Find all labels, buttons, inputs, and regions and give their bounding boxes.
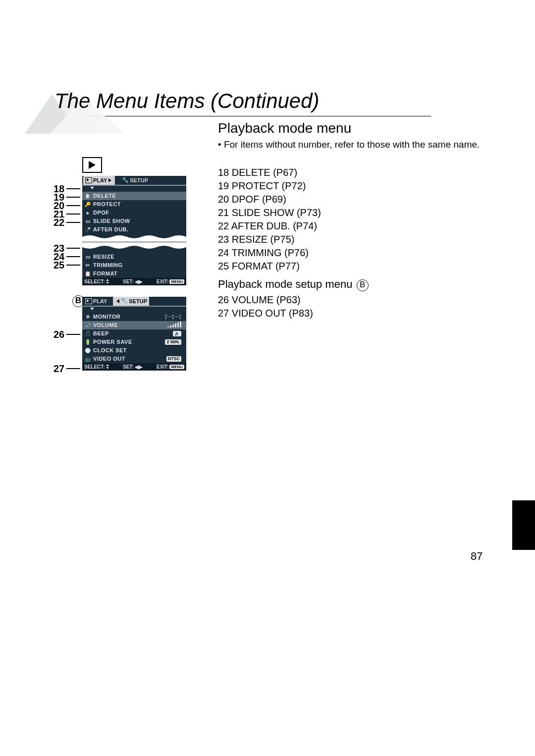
tab-setup: 🔧 SETUP — [120, 176, 150, 185]
list-item: 23 RESIZE (P75) — [218, 233, 369, 246]
scroll-down-icon — [90, 187, 94, 189]
delete-icon: 🗑 — [84, 193, 91, 199]
page-content: The Menu Items (Continued) Playback mode… — [54, 89, 481, 402]
monitor-slider-icon: ¦·-·¦·-·¦ — [165, 314, 181, 319]
panel-footer: SELECT: SET:◀▶ EXIT:MENU — [82, 363, 186, 371]
menu-panel-b: PLAY 🔧 SETUP ☀MONITOR¦·-·¦·-·¦ 🔊VOLUME — [82, 297, 186, 371]
list-item: 18 DELETE (P67) — [218, 166, 369, 179]
updown-icon — [106, 364, 109, 369]
panel-a-list-top: 🗑DELETE 🔑PROTECT ▸DPOF ▭SLIDE SHOW 🎤AFTE… — [82, 191, 186, 234]
menu-row: ▭RESIZE — [82, 253, 186, 261]
format-icon: 📋 — [84, 270, 91, 276]
callout-22: 22 — [54, 217, 80, 228]
list-item: 24 TRIMMING (P76) — [218, 246, 369, 260]
afterdub-icon: 🎤 — [84, 226, 91, 232]
clock-icon: 🕐 — [84, 347, 91, 353]
volume-icon: 🔊 — [84, 322, 91, 328]
panel-a-list-bottom: ▭RESIZE ✂TRIMMING 📋FORMAT — [82, 252, 186, 278]
setup-items-list: 26 VOLUME (P63) 27 VIDEO OUT (P83) — [218, 293, 369, 320]
list-item: 19 PROTECT (P72) — [218, 179, 369, 193]
menu-row: ▸DPOF — [82, 209, 186, 217]
content-row: PLAY 🔧 SETUP 🗑DELETE 🔑PROTECT ▸DPOF — [54, 157, 481, 402]
tab-play: PLAY — [83, 297, 109, 306]
list-item: 25 FORMAT (P77) — [218, 260, 369, 273]
protect-icon: 🔑 — [84, 201, 91, 207]
menu-row: 🎵BEEP🔈 — [82, 329, 186, 338]
menu-badge: MENU — [169, 365, 184, 369]
side-tab — [512, 500, 535, 550]
torn-edge — [82, 234, 186, 242]
menu-row: 🔋POWER SAVE2 MIN. — [82, 338, 186, 346]
resize-icon: ▭ — [84, 254, 91, 260]
menu-badge: MENU — [169, 279, 184, 284]
setup-badge: B — [357, 279, 369, 291]
powersave-icon: 🔋 — [84, 339, 91, 345]
menu-row: 🔑PROTECT — [82, 200, 186, 209]
trimming-icon: ✂ — [84, 262, 91, 268]
powersave-value: 2 MIN. — [165, 339, 181, 345]
videoout-icon: 📺 — [84, 356, 91, 362]
beep-icon: 🎵 — [84, 330, 91, 336]
tab-play-label: PLAY — [93, 177, 107, 183]
panel-b-list: ☀MONITOR¦·-·¦·-·¦ 🔊VOLUME 🎵BEEP🔈 🔋POWER … — [82, 312, 186, 363]
menu-row: 🗑DELETE — [82, 192, 186, 200]
dpof-icon: ▸ — [84, 210, 91, 216]
monitor-icon: ☀ — [84, 314, 91, 320]
menu-panel-a: PLAY 🔧 SETUP 🗑DELETE 🔑PROTECT ▸DPOF — [82, 176, 186, 243]
bullet: • — [218, 139, 221, 150]
menu-row: 🕐CLOCK SET — [82, 346, 186, 355]
updown-icon — [106, 279, 109, 284]
list-item: 27 VIDEO OUT (P83) — [218, 307, 369, 320]
menu-row: ✂TRIMMING — [82, 261, 186, 270]
callout-25: 25 — [54, 260, 80, 271]
page-title: The Menu Items (Continued) — [54, 89, 481, 113]
page-number: 87 — [471, 550, 482, 563]
play-icon — [85, 298, 92, 304]
menu-panel-a-bottom: ▭RESIZE ✂TRIMMING 📋FORMAT SELECT: SET:◀▶… — [82, 242, 186, 285]
torn-edge — [82, 242, 186, 250]
chevron-right-icon — [108, 178, 111, 182]
diagram-a: PLAY 🔧 SETUP 🗑DELETE 🔑PROTECT ▸DPOF — [54, 157, 218, 286]
menu-row: 📺VIDEO OUTNTSC — [82, 355, 186, 363]
menu-row: ☀MONITOR¦·-·¦·-·¦ — [82, 313, 186, 321]
list-item: 26 VOLUME (P63) — [218, 293, 369, 307]
note-text: For items without number, refer to those… — [224, 139, 480, 150]
tab-play-label: PLAY — [93, 298, 107, 304]
videoout-value: NTSC — [166, 356, 182, 362]
callout-27: 27 — [54, 363, 80, 375]
diagram-b: B PLAY 🔧 SETUP — [54, 297, 218, 391]
list-item: 20 DPOF (P69) — [218, 193, 369, 206]
text-column: 18 DELETE (P67) 19 PROTECT (P72) 20 DPOF… — [218, 157, 369, 324]
list-item: 21 SLIDE SHOW (P73) — [218, 206, 369, 219]
menu-row: ▭SLIDE SHOW — [82, 217, 186, 225]
panel-b-tabs: PLAY 🔧 SETUP — [82, 297, 186, 306]
chevron-left-icon — [116, 299, 119, 303]
wrench-icon: 🔧 — [122, 177, 129, 183]
diagram-column: PLAY 🔧 SETUP 🗑DELETE 🔑PROTECT ▸DPOF — [54, 157, 218, 402]
scroll-down-icon — [90, 308, 94, 310]
callout-26: 26 — [54, 329, 80, 340]
menu-row: 🔊VOLUME — [82, 321, 186, 329]
tab-setup: 🔧 SETUP — [113, 297, 149, 306]
play-icon — [85, 177, 92, 183]
panel-footer: SELECT: SET:◀▶ EXIT:MENU — [82, 278, 186, 285]
volume-bars-icon — [167, 323, 181, 327]
menu-row: 🎤AFTER DUB. — [82, 225, 186, 234]
setup-menu-heading: Playback mode setup menu B — [218, 277, 369, 292]
tab-play: PLAY — [83, 176, 115, 185]
tab-setup-label: SETUP — [130, 177, 148, 183]
tab-setup-label: SETUP — [129, 298, 147, 304]
wrench-icon: 🔧 — [121, 298, 128, 304]
playback-items-list: 18 DELETE (P67) 19 PROTECT (P72) 20 DPOF… — [218, 166, 369, 273]
play-mode-icon — [82, 157, 102, 173]
panel-a-tabs: PLAY 🔧 SETUP — [82, 176, 186, 185]
menu-row: 📋FORMAT — [82, 270, 186, 278]
beep-indicator-icon: 🔈 — [173, 331, 181, 336]
slideshow-icon: ▭ — [84, 218, 91, 224]
list-item: 22 AFTER DUB. (P74) — [218, 219, 369, 233]
leftright-icon: ◀▶ — [135, 279, 143, 284]
leftright-icon: ◀▶ — [135, 364, 143, 370]
section-note: • For items without number, refer to tho… — [54, 138, 481, 151]
